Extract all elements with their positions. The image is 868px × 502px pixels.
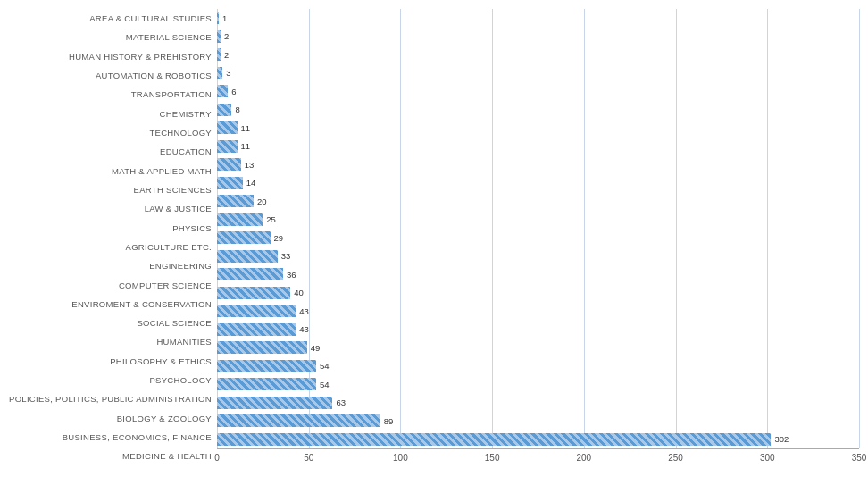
grid-line	[859, 9, 860, 448]
bars-grid: 1223681111131420252933364043434954546389…	[217, 9, 859, 448]
y-label: MATERIAL SCIENCE	[9, 33, 212, 42]
bar-value: 54	[320, 361, 330, 371]
y-label: AREA & CULTURAL STUDIES	[9, 14, 212, 23]
y-label: HUMANITIES	[9, 338, 212, 347]
y-label: PSYCHOLOGY	[9, 376, 212, 385]
bar-row: 2	[217, 28, 859, 45]
bar-row: 20	[217, 193, 859, 210]
y-label: SOCIAL SCIENCE	[9, 319, 212, 328]
y-label: PHILOSOPHY & ETHICS	[9, 357, 212, 366]
chart-container: AREA & CULTURAL STUDIESMATERIAL SCIENCEH…	[0, 0, 868, 502]
bar-row: 11	[217, 120, 859, 137]
bar	[217, 30, 221, 43]
x-tick: 350	[852, 453, 867, 463]
y-label: AUTOMATION & ROBOTICS	[9, 71, 212, 80]
bar-row: 13	[217, 156, 859, 173]
bar	[217, 378, 316, 390]
y-label: EARTH SCIENCES	[9, 186, 212, 195]
bar	[217, 323, 296, 336]
bar	[217, 433, 771, 446]
bar	[217, 305, 296, 317]
bar-value: 302	[774, 434, 789, 444]
y-label: HUMAN HISTORY & PREHISTORY	[9, 53, 212, 62]
bar-row: 89	[217, 413, 859, 430]
bar-value: 49	[311, 343, 321, 353]
bar-value: 1	[222, 13, 227, 23]
y-label: ENVIROMENT & CONSERVATION	[9, 300, 212, 309]
bar	[217, 287, 290, 299]
bar	[217, 177, 243, 189]
bar	[217, 140, 238, 153]
x-tick: 150	[485, 453, 500, 463]
x-tick: 250	[668, 453, 683, 463]
bar	[217, 104, 231, 116]
bar-row: 1	[217, 10, 859, 27]
bar-value: 43	[299, 324, 309, 334]
y-axis-labels: AREA & CULTURAL STUDIESMATERIAL SCIENCEH…	[9, 9, 217, 466]
bar-row: 33	[217, 247, 859, 264]
bar-row: 6	[217, 83, 859, 100]
bar	[217, 250, 278, 263]
bar	[217, 67, 222, 79]
bar	[217, 195, 254, 207]
bar-row: 43	[217, 321, 859, 338]
bar-value: 11	[241, 123, 251, 133]
bar	[217, 48, 221, 61]
bar-value: 13	[245, 160, 255, 170]
chart-area: 1223681111131420252933364043434954546389…	[217, 9, 859, 466]
y-label: POLICIES, POLITICS, PUBLIC ADMINISTRATIO…	[9, 395, 212, 404]
bar	[217, 360, 316, 372]
bar-row: 54	[217, 357, 859, 374]
y-label: BUSINESS, ECONOMICS, FINANCE	[9, 433, 212, 442]
bar-value: 54	[320, 380, 330, 389]
bar	[217, 231, 271, 244]
y-label: EDUCATION	[9, 147, 212, 156]
bar-row: 11	[217, 138, 859, 155]
bar-row: 43	[217, 303, 859, 320]
x-tick: 50	[304, 453, 313, 463]
bar	[217, 414, 380, 427]
bar	[217, 121, 238, 134]
y-label: MATH & APPLIED MATH	[9, 167, 212, 176]
y-label: COMPUTER SCIENCE	[9, 281, 212, 290]
bar	[217, 12, 219, 24]
bar-row: 2	[217, 46, 859, 63]
bar-row: 302	[217, 431, 859, 448]
y-label: BIOLOGY & ZOOLOGY	[9, 414, 212, 423]
bar-row: 3	[217, 64, 859, 81]
bar-value: 8	[235, 105, 239, 114]
bar-row: 8	[217, 101, 859, 118]
bar-row: 40	[217, 284, 859, 301]
x-tick: 0	[214, 453, 220, 463]
y-label: AGRICULTURE ETC.	[9, 243, 212, 252]
y-label: TECHNOLOGY	[9, 129, 212, 138]
bar-value: 3	[226, 68, 230, 78]
bar-value: 36	[287, 270, 296, 280]
y-label: CHEMISTRY	[9, 110, 212, 119]
bar-row: 63	[217, 394, 859, 411]
bar	[217, 213, 263, 226]
bar-value: 33	[281, 251, 291, 261]
x-tick: 300	[760, 453, 775, 463]
bar-value: 25	[266, 214, 276, 224]
bar-value: 63	[336, 397, 346, 407]
bar	[217, 85, 228, 97]
y-label: ENGINEERING	[9, 262, 212, 271]
bar	[217, 158, 241, 171]
y-label: PHYSICS	[9, 224, 212, 233]
y-label: TRANSPORTATION	[9, 90, 212, 99]
bar-row: 49	[217, 339, 859, 356]
bar-row: 25	[217, 211, 859, 228]
bar	[217, 397, 332, 409]
bar	[217, 341, 307, 354]
bar-row: 29	[217, 230, 859, 247]
bar-value: 20	[257, 197, 267, 206]
bar-value: 29	[274, 233, 284, 243]
bar	[217, 268, 283, 280]
bar-value: 14	[246, 178, 256, 188]
bar-row: 14	[217, 174, 859, 191]
bar-row: 36	[217, 266, 859, 283]
x-tick: 200	[577, 453, 592, 463]
bar-value: 11	[241, 141, 251, 151]
bar-value: 43	[299, 306, 309, 316]
